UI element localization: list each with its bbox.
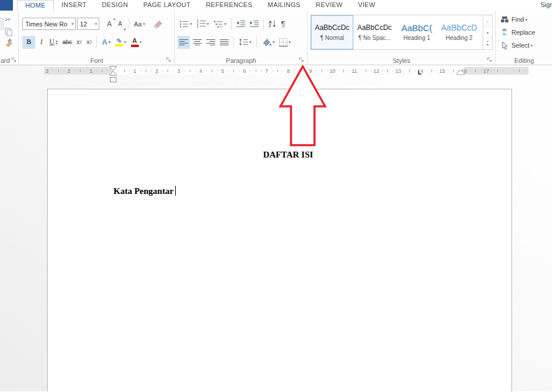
- ruler-tick: [162, 71, 163, 71]
- ruler-tick: [75, 71, 75, 71]
- gallery-more-button[interactable]: ▾: [483, 38, 492, 49]
- replace-label: Replace: [511, 29, 535, 36]
- style-no-spacing[interactable]: AaBbCcDc ¶ No Spac...: [353, 15, 396, 49]
- align-right-button[interactable]: [205, 36, 217, 49]
- ruler-tick: [316, 71, 316, 71]
- underline-button[interactable]: U▾: [48, 36, 59, 49]
- ruler-tick: [140, 71, 141, 71]
- decrease-indent-button[interactable]: [235, 18, 247, 31]
- horizontal-ruler[interactable]: 3211234567891011121314151617: [0, 65, 552, 83]
- font-size-combo[interactable]: 12 ▾: [77, 18, 99, 30]
- text-effects-button[interactable]: A▾: [100, 36, 112, 49]
- strikethrough-button[interactable]: abc: [61, 36, 73, 49]
- ruler-tick: [448, 71, 449, 71]
- body-text: Kata Pengantar: [113, 186, 173, 196]
- chevron-down-icon: ▾: [95, 22, 97, 26]
- sign-in-link[interactable]: Sigr: [540, 0, 552, 11]
- grow-font-button[interactable]: A▴: [105, 18, 115, 31]
- font-dialog-launcher[interactable]: [166, 57, 172, 63]
- increase-indent-button[interactable]: [248, 18, 260, 31]
- chevron-down-icon: ▾: [531, 43, 533, 48]
- font-color-button[interactable]: A ▾: [129, 36, 144, 49]
- bullets-button[interactable]: ▾: [178, 18, 194, 31]
- italic-button[interactable]: I: [36, 36, 46, 49]
- ruler-tick: [491, 71, 492, 71]
- hanging-indent-marker[interactable]: [110, 71, 117, 75]
- first-line-indent-marker[interactable]: [110, 66, 117, 71]
- right-indent-marker[interactable]: [457, 70, 464, 75]
- shrink-font-button[interactable]: A▾: [116, 18, 126, 31]
- align-center-button[interactable]: [191, 36, 203, 49]
- bold-button[interactable]: B: [22, 36, 35, 49]
- show-hide-button[interactable]: ¶: [279, 18, 287, 31]
- tab-references[interactable]: REFERENCES: [198, 0, 260, 11]
- sort-az-icon: AZ: [269, 21, 272, 28]
- numbering-button[interactable]: 123 ▾: [195, 18, 211, 31]
- clear-formatting-button[interactable]: [151, 18, 164, 31]
- line-spacing-button[interactable]: ▾: [237, 36, 253, 49]
- replace-icon: ab ac: [500, 28, 509, 36]
- align-right-icon: [206, 39, 215, 46]
- ruler-tick: [305, 71, 306, 71]
- text-highlight-button[interactable]: ▾: [113, 36, 128, 49]
- styles-dialog-launcher[interactable]: [487, 57, 493, 63]
- shading-button[interactable]: ▾: [260, 36, 277, 49]
- ruler-number: 5: [221, 68, 224, 74]
- tab-page-layout[interactable]: PAGE LAYOUT: [136, 0, 198, 11]
- cut-button[interactable]: ✂: [5, 15, 11, 24]
- line-spacing-icon: [239, 38, 248, 46]
- multilevel-list-button[interactable]: ▾: [212, 18, 228, 31]
- change-case-button[interactable]: Aa▾: [132, 18, 147, 31]
- bullet-list-icon: [179, 20, 189, 28]
- justify-button[interactable]: [218, 36, 230, 49]
- chevron-down-icon: ▾: [224, 22, 226, 26]
- more-arrow-icon: ▾: [487, 41, 489, 46]
- replace-button[interactable]: ab ac Replace: [500, 28, 535, 37]
- divider: [96, 36, 97, 48]
- ruler-tick: [475, 69, 476, 72]
- tab-insert[interactable]: INSERT: [54, 0, 95, 11]
- tab-mailings[interactable]: MAILINGS: [260, 0, 308, 11]
- chevron-down-icon: ▾: [140, 40, 142, 44]
- borders-button[interactable]: ▾: [277, 36, 293, 49]
- indent-markers[interactable]: [109, 66, 118, 83]
- copy-button[interactable]: [5, 28, 13, 36]
- format-painter-button[interactable]: [5, 38, 14, 48]
- style-heading-2[interactable]: AaBbCcD Heading 2: [438, 15, 480, 49]
- gallery-scroll-down-button[interactable]: ▾: [483, 27, 492, 39]
- ruler-number: 2: [155, 68, 158, 74]
- select-button[interactable]: Select ▾: [500, 41, 533, 50]
- subscript-button[interactable]: x2: [75, 36, 83, 49]
- paragraph-dialog-launcher[interactable]: [299, 57, 305, 63]
- chevron-down-icon: ▾: [143, 22, 145, 26]
- find-button[interactable]: Find ▾: [500, 15, 527, 24]
- style-normal[interactable]: AaBbCcDc ¶ Normal: [311, 15, 353, 49]
- tab-design[interactable]: DESIGN: [94, 0, 136, 11]
- styles-gallery: AaBbCcDc ¶ Normal AaBbCcDc ¶ No Spac... …: [310, 15, 493, 50]
- tab-stop-marker[interactable]: [418, 71, 421, 75]
- font-name-combo[interactable]: Times New Ro ▾: [22, 18, 76, 30]
- tab-view[interactable]: VIEW: [350, 0, 383, 11]
- tab-home[interactable]: HOME: [17, 0, 54, 11]
- superscript-button[interactable]: x2: [85, 36, 93, 49]
- tab-review[interactable]: REVIEW: [308, 0, 350, 11]
- document-page[interactable]: [47, 89, 512, 391]
- divider: [263, 18, 264, 30]
- left-indent-marker[interactable]: [111, 78, 116, 82]
- ruler-tick: [256, 69, 256, 72]
- align-left-button[interactable]: [178, 36, 190, 49]
- tab-file-partial[interactable]: [0, 0, 13, 11]
- font-name-value: Times New Ro: [25, 21, 68, 28]
- style-heading-1[interactable]: AaBbC( Heading 1: [396, 15, 438, 49]
- ruler-number: 9: [309, 68, 312, 74]
- ruler-tick: [173, 71, 174, 71]
- paste-button-partial[interactable]: [0, 18, 4, 29]
- ruler-tick: [195, 71, 196, 71]
- ruler-number: 4: [199, 68, 202, 74]
- chevron-down-icon: ▾: [525, 18, 527, 22]
- align-left-icon: [179, 39, 188, 46]
- ruler-tick: [497, 69, 498, 72]
- gallery-scroll-up-button[interactable]: ▴: [483, 15, 492, 27]
- sort-button[interactable]: AZ: [267, 18, 278, 31]
- clipboard-dialog-launcher[interactable]: [11, 57, 17, 63]
